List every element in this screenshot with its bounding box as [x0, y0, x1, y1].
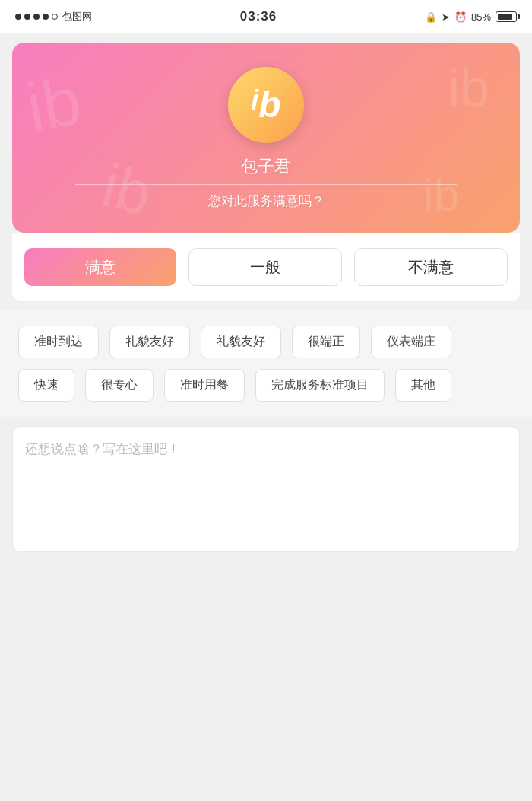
alarm-icon: ⏰ [454, 11, 467, 23]
tag-6[interactable]: 很专心 [85, 369, 154, 402]
bg-watermark-2: ib [448, 58, 489, 119]
status-right: 🔒 ➤ ⏰ 85% [425, 11, 517, 23]
lock-icon: 🔒 [425, 11, 437, 23]
location-icon: ➤ [442, 11, 450, 23]
carrier-label: 包图网 [62, 10, 92, 24]
battery-block [496, 11, 517, 22]
profile-card: ib ib ib ib i b 包子君 您对此服务满意吗？ [12, 43, 520, 233]
avatar: i b [228, 67, 304, 143]
tag-1[interactable]: 礼貌友好 [109, 326, 190, 358]
battery-percent: 85% [471, 11, 491, 23]
status-left: 包图网 [15, 10, 92, 24]
btn-unsatisfied[interactable]: 不满意 [354, 248, 508, 286]
tag-7[interactable]: 准时用餐 [164, 369, 245, 402]
comment-textarea[interactable] [13, 427, 519, 548]
dot3 [33, 14, 40, 20]
bg-watermark-1: ib [21, 62, 87, 148]
tag-4[interactable]: 仪表端庄 [371, 326, 451, 358]
dot4 [43, 14, 49, 20]
tag-5[interactable]: 快速 [18, 369, 74, 402]
tag-8[interactable]: 完成服务标准项目 [255, 369, 385, 402]
tags-section: 准时到达 礼貌友好 礼貌友好 很端正 仪表端庄 快速 很专心 准时用餐 完成服务… [0, 310, 532, 417]
dot5 [52, 14, 58, 20]
bg-watermark-4: ib [423, 169, 459, 221]
profile-subtitle: 您对此服务满意吗？ [208, 192, 325, 210]
comment-section[interactable] [12, 426, 520, 552]
btn-neutral[interactable]: 一般 [188, 248, 342, 286]
tag-9[interactable]: 其他 [395, 369, 451, 402]
dot1 [15, 14, 21, 20]
signal-dots [15, 14, 58, 20]
profile-name: 包子君 [241, 155, 291, 178]
status-time: 03:36 [240, 9, 277, 24]
dot2 [24, 14, 30, 20]
status-bar: 包图网 03:36 🔒 ➤ ⏰ 85% [0, 0, 532, 33]
battery-bar [496, 11, 517, 22]
rating-section: 满意 一般 不满意 [12, 233, 520, 301]
divider [75, 184, 457, 185]
tags-grid: 准时到达 礼貌友好 礼貌友好 很端正 仪表端庄 快速 很专心 准时用餐 完成服务… [18, 326, 514, 402]
btn-satisfied[interactable]: 满意 [24, 248, 176, 286]
tag-0[interactable]: 准时到达 [18, 326, 99, 358]
logo-b: b [258, 87, 280, 123]
tag-3[interactable]: 很端正 [292, 326, 360, 358]
battery-fill [498, 14, 512, 20]
avatar-logo: i b [251, 87, 280, 123]
tag-2[interactable]: 礼貌友好 [201, 326, 281, 358]
logo-i: i [251, 87, 258, 114]
bg-watermark-3: ib [95, 151, 159, 230]
